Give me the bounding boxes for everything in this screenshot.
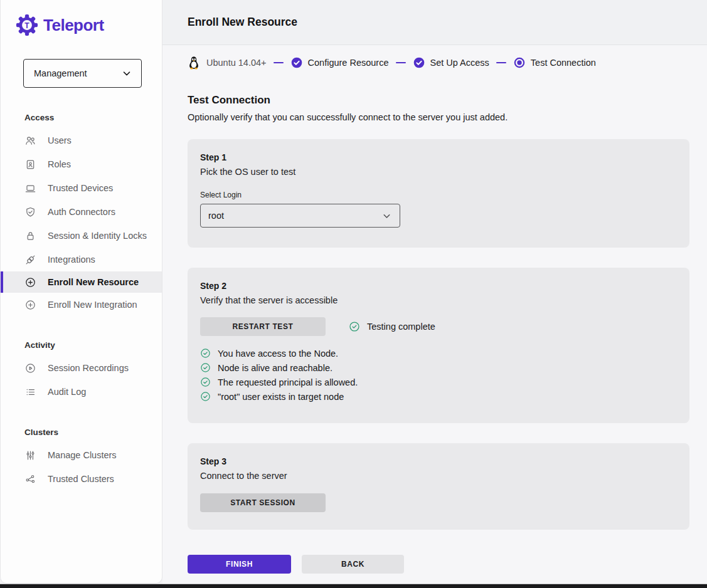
sidebar-item-label: Trusted Clusters <box>48 474 114 484</box>
step1-title: Step 1 <box>200 152 677 162</box>
sidebar-item-audit-log[interactable]: Audit Log <box>1 380 162 404</box>
laptop-icon <box>24 182 36 194</box>
brand-name: Teleport <box>43 16 104 35</box>
check-item: Node is alive and reachable. <box>200 362 677 373</box>
step3-description: Connect to the server <box>200 471 677 481</box>
testing-status-text: Testing complete <box>367 322 435 332</box>
step-connector <box>274 62 284 64</box>
circle-plus-icon <box>24 299 36 311</box>
content-title: Test Connection <box>188 94 689 107</box>
step2-description: Verify that the server is accessible <box>200 295 677 305</box>
step-configure-resource: Configure Resource <box>290 56 389 69</box>
step-done-check-icon <box>413 56 425 69</box>
content-row: T Teleport Management Access Users <box>0 0 707 584</box>
teleport-logo[interactable]: T Teleport <box>1 14 162 36</box>
page-content: Test Connection Optionally verify that y… <box>162 80 707 584</box>
check-item-text: "root" user exists in target node <box>218 392 344 402</box>
sidebar-item-enroll-new-integration[interactable]: Enroll New Integration <box>1 293 162 317</box>
step1-description: Pick the OS user to test <box>200 167 677 177</box>
id-card-icon <box>24 159 36 171</box>
svg-text:T: T <box>24 21 29 30</box>
linux-tux-icon <box>188 55 200 70</box>
select-login-label: Select Login <box>200 191 677 199</box>
sidebar-item-auth-connectors[interactable]: Auth Connectors <box>1 200 162 224</box>
step-connector <box>396 62 406 64</box>
users-icon <box>24 135 36 147</box>
sidebar: T Teleport Management Access Users <box>0 0 162 584</box>
circle-plus-icon <box>24 276 36 288</box>
content-subtitle: Optionally verify that you can successfu… <box>188 112 689 122</box>
wizard-actions: FINISH BACK <box>188 555 689 574</box>
nav-section-clusters: Clusters <box>1 417 162 443</box>
sidebar-item-manage-clusters[interactable]: Manage Clusters <box>1 443 162 467</box>
nav-section-activity: Activity <box>1 330 162 356</box>
step-test-connection: Test Connection <box>513 56 596 69</box>
sidebar-item-label: Session Recordings <box>48 363 129 373</box>
step-current-ring-icon <box>513 56 526 69</box>
plug-icon <box>24 254 36 266</box>
sidebar-item-label: Audit Log <box>48 387 86 397</box>
success-check-icon <box>349 321 360 332</box>
sidebar-item-enroll-new-resource[interactable]: Enroll New Resource <box>1 271 162 293</box>
step3-title: Step 3 <box>200 456 677 466</box>
sidebar-item-label: Manage Clusters <box>48 450 117 460</box>
chevron-down-icon <box>121 68 132 79</box>
sidebar-item-trusted-clusters[interactable]: Trusted Clusters <box>1 467 162 491</box>
step2-box: Step 2 Verify that the server is accessi… <box>188 268 689 423</box>
sidebar-item-integrations[interactable]: Integrations <box>1 248 162 271</box>
workspace-selector[interactable]: Management <box>23 59 142 88</box>
success-check-icon <box>200 348 211 359</box>
start-session-button[interactable]: START SESSION <box>200 493 326 512</box>
step-connector <box>496 62 506 64</box>
testing-status: Testing complete <box>349 321 435 332</box>
play-circle-icon <box>24 362 36 374</box>
login-select-value: root <box>208 211 224 221</box>
sidebar-item-trusted-devices[interactable]: Trusted Devices <box>1 176 162 200</box>
network-icon <box>24 473 36 485</box>
check-item: You have access to the Node. <box>200 348 677 359</box>
step-label: Configure Resource <box>308 58 389 68</box>
nav-section-access: Access <box>1 103 162 129</box>
sidebar-item-session-identity-locks[interactable]: Session & Identity Locks <box>1 224 162 248</box>
stepper-resource-label: Ubuntu 14.04+ <box>206 58 267 68</box>
sidebar-item-label: Enroll New Integration <box>48 300 137 310</box>
check-item-text: The requested principal is allowed. <box>218 377 358 387</box>
back-button[interactable]: BACK <box>302 555 404 574</box>
finish-button[interactable]: FINISH <box>188 555 291 574</box>
check-item: "root" user exists in target node <box>200 391 677 402</box>
enroll-stepper: Ubuntu 14.04+ Configure Resource Set Up … <box>162 45 707 80</box>
app-root: T Teleport Management Access Users <box>0 0 707 588</box>
bottom-edge-bar <box>0 584 707 588</box>
sidebar-item-roles[interactable]: Roles <box>1 152 162 176</box>
lock-icon <box>24 230 36 242</box>
success-check-icon <box>200 377 211 387</box>
sliders-icon <box>24 449 36 461</box>
chevron-down-icon <box>381 211 392 221</box>
login-select[interactable]: root <box>200 204 400 228</box>
step-label: Set Up Access <box>430 58 489 68</box>
sidebar-item-label: Session & Identity Locks <box>48 231 147 241</box>
success-check-icon <box>200 362 211 373</box>
sidebar-item-label: Integrations <box>48 255 95 265</box>
step3-box: Step 3 Connect to the server START SESSI… <box>188 443 689 530</box>
restart-test-button[interactable]: RESTART TEST <box>200 317 326 336</box>
step-label: Test Connection <box>531 58 596 68</box>
step2-title: Step 2 <box>200 281 677 291</box>
sidebar-item-label: Auth Connectors <box>48 207 115 217</box>
sidebar-item-label: Roles <box>48 159 71 169</box>
main-area: Enroll New Resource <box>162 0 707 584</box>
sidebar-item-users[interactable]: Users <box>1 129 162 152</box>
success-check-icon <box>200 391 211 402</box>
sidebar-item-session-recordings[interactable]: Session Recordings <box>1 356 162 380</box>
step1-box: Step 1 Pick the OS user to test Select L… <box>188 139 689 248</box>
teleport-gear-icon: T <box>16 14 38 36</box>
list-icon <box>24 386 36 398</box>
page-header: Enroll New Resource <box>162 0 707 45</box>
check-item-text: Node is alive and reachable. <box>218 363 332 373</box>
step-done-check-icon <box>290 56 303 69</box>
workspace-selector-value: Management <box>34 68 87 78</box>
page-title: Enroll New Resource <box>188 16 297 29</box>
sidebar-nav: Access Users Roles <box>1 103 162 491</box>
sidebar-item-label: Enroll New Resource <box>48 277 139 287</box>
check-item: The requested principal is allowed. <box>200 377 677 387</box>
